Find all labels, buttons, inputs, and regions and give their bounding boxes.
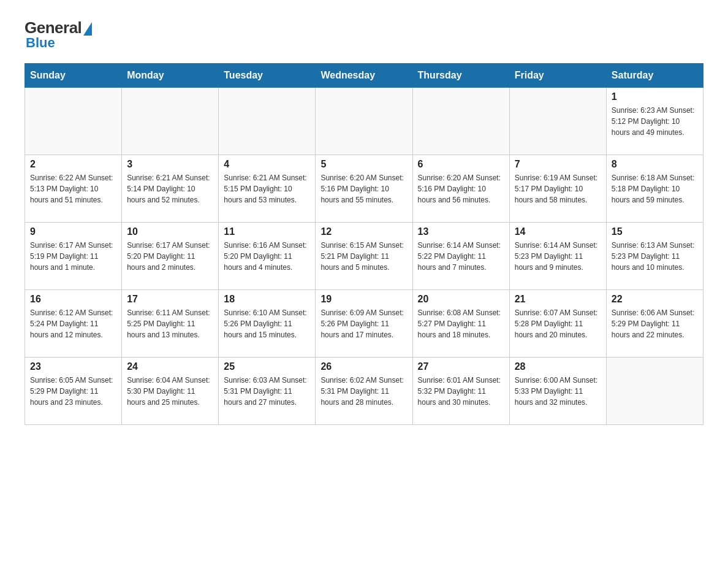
calendar-cell: 10Sunrise: 6:17 AM Sunset: 5:20 PM Dayli… — [122, 223, 219, 290]
day-info: Sunrise: 6:03 AM Sunset: 5:31 PM Dayligh… — [224, 375, 310, 408]
day-info: Sunrise: 6:04 AM Sunset: 5:30 PM Dayligh… — [127, 375, 213, 408]
calendar-week-2: 2Sunrise: 6:22 AM Sunset: 5:13 PM Daylig… — [25, 155, 703, 223]
calendar-cell: 11Sunrise: 6:16 AM Sunset: 5:20 PM Dayli… — [219, 223, 316, 290]
logo: General Blue — [25, 18, 92, 51]
calendar-cell: 24Sunrise: 6:04 AM Sunset: 5:30 PM Dayli… — [122, 358, 219, 425]
day-info: Sunrise: 6:13 AM Sunset: 5:23 PM Dayligh… — [612, 240, 698, 273]
day-number: 22 — [612, 294, 698, 305]
day-number: 14 — [515, 226, 601, 237]
day-number: 7 — [515, 159, 601, 170]
day-number: 25 — [224, 361, 310, 372]
calendar-week-4: 16Sunrise: 6:12 AM Sunset: 5:24 PM Dayli… — [25, 290, 703, 358]
logo-blue-text: Blue — [26, 35, 55, 51]
day-number: 24 — [127, 361, 213, 372]
day-number: 2 — [30, 159, 116, 170]
day-number: 13 — [418, 226, 504, 237]
day-number: 4 — [224, 159, 310, 170]
calendar-cell: 3Sunrise: 6:21 AM Sunset: 5:14 PM Daylig… — [122, 155, 219, 223]
calendar-cell: 16Sunrise: 6:12 AM Sunset: 5:24 PM Dayli… — [25, 290, 122, 358]
day-info: Sunrise: 6:06 AM Sunset: 5:29 PM Dayligh… — [612, 307, 698, 340]
page-header: General Blue — [25, 18, 703, 51]
calendar-cell — [25, 88, 122, 155]
day-info: Sunrise: 6:15 AM Sunset: 5:21 PM Dayligh… — [320, 240, 407, 273]
calendar-table: SundayMondayTuesdayWednesdayThursdayFrid… — [25, 63, 703, 425]
day-number: 9 — [30, 226, 116, 237]
day-info: Sunrise: 6:18 AM Sunset: 5:18 PM Dayligh… — [612, 172, 698, 205]
day-header-tuesday: Tuesday — [219, 64, 316, 88]
day-number: 8 — [612, 159, 698, 170]
calendar-cell — [412, 88, 509, 155]
calendar-cell — [316, 88, 412, 155]
day-header-friday: Friday — [509, 64, 606, 88]
calendar-cell: 22Sunrise: 6:06 AM Sunset: 5:29 PM Dayli… — [606, 290, 703, 358]
calendar-cell: 25Sunrise: 6:03 AM Sunset: 5:31 PM Dayli… — [219, 358, 316, 425]
day-number: 19 — [320, 294, 407, 305]
day-info: Sunrise: 6:21 AM Sunset: 5:14 PM Dayligh… — [127, 172, 213, 205]
day-info: Sunrise: 6:17 AM Sunset: 5:19 PM Dayligh… — [30, 240, 116, 273]
calendar-cell: 1Sunrise: 6:23 AM Sunset: 5:12 PM Daylig… — [606, 88, 703, 155]
calendar-cell: 18Sunrise: 6:10 AM Sunset: 5:26 PM Dayli… — [219, 290, 316, 358]
day-number: 15 — [612, 226, 698, 237]
day-info: Sunrise: 6:22 AM Sunset: 5:13 PM Dayligh… — [30, 172, 116, 205]
calendar-cell: 4Sunrise: 6:21 AM Sunset: 5:15 PM Daylig… — [219, 155, 316, 223]
day-number: 23 — [30, 361, 116, 372]
calendar-cell — [122, 88, 219, 155]
calendar-cell: 5Sunrise: 6:20 AM Sunset: 5:16 PM Daylig… — [316, 155, 412, 223]
calendar-cell: 17Sunrise: 6:11 AM Sunset: 5:25 PM Dayli… — [122, 290, 219, 358]
calendar-cell — [509, 88, 606, 155]
day-header-wednesday: Wednesday — [316, 64, 412, 88]
day-number: 20 — [418, 294, 504, 305]
calendar-cell: 28Sunrise: 6:00 AM Sunset: 5:33 PM Dayli… — [509, 358, 606, 425]
day-header-thursday: Thursday — [412, 64, 509, 88]
day-number: 26 — [320, 361, 407, 372]
calendar-week-3: 9Sunrise: 6:17 AM Sunset: 5:19 PM Daylig… — [25, 223, 703, 290]
day-info: Sunrise: 6:07 AM Sunset: 5:28 PM Dayligh… — [515, 307, 601, 340]
day-info: Sunrise: 6:12 AM Sunset: 5:24 PM Dayligh… — [30, 307, 116, 340]
day-info: Sunrise: 6:21 AM Sunset: 5:15 PM Dayligh… — [224, 172, 310, 205]
day-number: 11 — [224, 226, 310, 237]
day-number: 17 — [127, 294, 213, 305]
day-number: 6 — [418, 159, 504, 170]
day-info: Sunrise: 6:10 AM Sunset: 5:26 PM Dayligh… — [224, 307, 310, 340]
logo-triangle-icon — [83, 22, 92, 36]
day-info: Sunrise: 6:17 AM Sunset: 5:20 PM Dayligh… — [127, 240, 213, 273]
calendar-cell: 9Sunrise: 6:17 AM Sunset: 5:19 PM Daylig… — [25, 223, 122, 290]
day-info: Sunrise: 6:00 AM Sunset: 5:33 PM Dayligh… — [515, 375, 601, 408]
calendar-cell: 26Sunrise: 6:02 AM Sunset: 5:31 PM Dayli… — [316, 358, 412, 425]
day-header-sunday: Sunday — [25, 64, 122, 88]
day-number: 12 — [320, 226, 407, 237]
calendar-cell: 20Sunrise: 6:08 AM Sunset: 5:27 PM Dayli… — [412, 290, 509, 358]
day-info: Sunrise: 6:01 AM Sunset: 5:32 PM Dayligh… — [418, 375, 504, 408]
day-number: 3 — [127, 159, 213, 170]
day-info: Sunrise: 6:19 AM Sunset: 5:17 PM Dayligh… — [515, 172, 601, 205]
calendar-cell: 23Sunrise: 6:05 AM Sunset: 5:29 PM Dayli… — [25, 358, 122, 425]
day-info: Sunrise: 6:09 AM Sunset: 5:26 PM Dayligh… — [320, 307, 407, 340]
day-info: Sunrise: 6:05 AM Sunset: 5:29 PM Dayligh… — [30, 375, 116, 408]
calendar-cell: 15Sunrise: 6:13 AM Sunset: 5:23 PM Dayli… — [606, 223, 703, 290]
day-number: 5 — [320, 159, 407, 170]
day-number: 10 — [127, 226, 213, 237]
day-number: 1 — [612, 91, 698, 102]
day-header-monday: Monday — [122, 64, 219, 88]
calendar-cell: 21Sunrise: 6:07 AM Sunset: 5:28 PM Dayli… — [509, 290, 606, 358]
day-info: Sunrise: 6:16 AM Sunset: 5:20 PM Dayligh… — [224, 240, 310, 273]
calendar-cell: 7Sunrise: 6:19 AM Sunset: 5:17 PM Daylig… — [509, 155, 606, 223]
calendar-cell: 14Sunrise: 6:14 AM Sunset: 5:23 PM Dayli… — [509, 223, 606, 290]
day-info: Sunrise: 6:20 AM Sunset: 5:16 PM Dayligh… — [320, 172, 407, 205]
day-header-saturday: Saturday — [606, 64, 703, 88]
day-info: Sunrise: 6:08 AM Sunset: 5:27 PM Dayligh… — [418, 307, 504, 340]
calendar-cell: 2Sunrise: 6:22 AM Sunset: 5:13 PM Daylig… — [25, 155, 122, 223]
day-info: Sunrise: 6:14 AM Sunset: 5:22 PM Dayligh… — [418, 240, 504, 273]
calendar-cell: 6Sunrise: 6:20 AM Sunset: 5:16 PM Daylig… — [412, 155, 509, 223]
day-info: Sunrise: 6:23 AM Sunset: 5:12 PM Dayligh… — [612, 105, 698, 138]
calendar-cell: 13Sunrise: 6:14 AM Sunset: 5:22 PM Dayli… — [412, 223, 509, 290]
calendar-cell: 8Sunrise: 6:18 AM Sunset: 5:18 PM Daylig… — [606, 155, 703, 223]
calendar-week-1: 1Sunrise: 6:23 AM Sunset: 5:12 PM Daylig… — [25, 88, 703, 155]
day-number: 27 — [418, 361, 504, 372]
day-number: 21 — [515, 294, 601, 305]
calendar-cell: 27Sunrise: 6:01 AM Sunset: 5:32 PM Dayli… — [412, 358, 509, 425]
day-info: Sunrise: 6:14 AM Sunset: 5:23 PM Dayligh… — [515, 240, 601, 273]
calendar-cell: 12Sunrise: 6:15 AM Sunset: 5:21 PM Dayli… — [316, 223, 412, 290]
day-info: Sunrise: 6:02 AM Sunset: 5:31 PM Dayligh… — [320, 375, 407, 408]
calendar-header-row: SundayMondayTuesdayWednesdayThursdayFrid… — [25, 64, 703, 88]
